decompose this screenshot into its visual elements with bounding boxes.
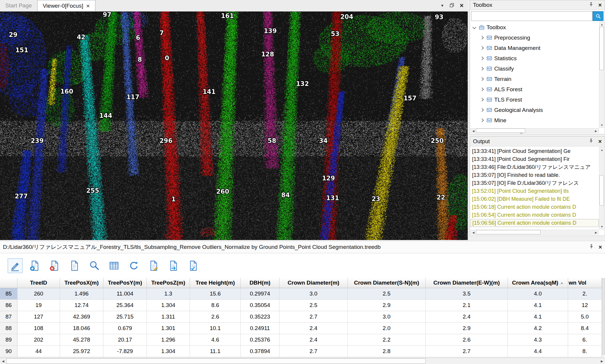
scrollbar-track[interactable]	[476, 230, 593, 234]
row-number[interactable]: 88	[0, 323, 17, 334]
cell[interactable]: 42.369	[60, 311, 103, 323]
cell[interactable]: 260	[17, 288, 60, 300]
tree-item[interactable]: Statistics	[471, 53, 599, 63]
scroll-up-icon[interactable]: ▲	[599, 147, 604, 152]
search-button[interactable]	[593, 11, 604, 21]
cell[interactable]: 2.	[568, 288, 602, 300]
log-line[interactable]: [15:06:18] Current action module contain…	[471, 203, 599, 211]
scrollbar-track[interactable]	[476, 128, 593, 133]
cell[interactable]: 1.311	[147, 311, 190, 323]
cell[interactable]: 2.4	[279, 323, 348, 334]
cell[interactable]: 25.715	[103, 311, 147, 323]
chevron-right-icon[interactable]	[480, 77, 484, 81]
row-number[interactable]: 89	[0, 334, 17, 346]
scroll-down-icon[interactable]: ▼	[599, 123, 604, 128]
table-row[interactable]: 89 202 45.278 20.17 1.296 4.6 0.25376 2.…	[0, 334, 602, 346]
chevron-down-icon[interactable]	[472, 25, 476, 29]
cell[interactable]: 2.6	[190, 311, 241, 323]
row-number[interactable]: 86	[0, 300, 17, 311]
select-by-table-button[interactable]	[107, 258, 121, 273]
pin-icon[interactable]	[589, 2, 593, 8]
table-row[interactable]: 87 127 42.369 25.715 1.311 2.6 0.35223 2…	[0, 311, 602, 323]
log-line[interactable]: [15:06:56] Current action module contain…	[471, 219, 599, 227]
add-record-button[interactable]	[27, 258, 42, 273]
tree-root-item[interactable]: Toolbox	[471, 22, 599, 32]
report-button[interactable]	[186, 258, 201, 273]
cell[interactable]: 1.296	[147, 334, 190, 346]
cell[interactable]: 11.1	[190, 346, 241, 357]
cell[interactable]: 4.6	[190, 334, 241, 346]
column-header[interactable]: Crown Diameter(m)	[279, 278, 348, 288]
scroll-left-icon[interactable]: ◀	[0, 358, 6, 364]
pin-icon[interactable]	[589, 138, 593, 144]
log-line[interactable]: [13:35:07] [IO] Finished to read table.	[471, 171, 599, 179]
cell[interactable]: 2.4	[426, 311, 508, 323]
tab-viewer-0[interactable]: Viewer-0[Focus] ×	[37, 0, 95, 11]
scroll-up-icon[interactable]: ▲	[599, 22, 604, 27]
chevron-right-icon[interactable]	[480, 36, 484, 40]
cell[interactable]: 2.9	[426, 323, 508, 334]
column-header[interactable]: TreePosY(m)	[103, 278, 147, 288]
tree-item[interactable]: Data Management	[471, 43, 599, 53]
scroll-right-icon[interactable]: ▶	[593, 128, 599, 133]
tab-close-icon[interactable]: ×	[86, 3, 90, 9]
cell[interactable]: 10.1	[190, 323, 241, 334]
log-line[interactable]: [13:33:46] File:D:/Lidar360/リファレンスマニュア	[471, 163, 599, 171]
table-row[interactable]: 85 260 1.496 11.004 1.3 15.6 0.29974 3.0…	[0, 288, 602, 300]
cell[interactable]: 4.1	[508, 311, 568, 323]
cell[interactable]: 2.7	[279, 311, 348, 323]
cell[interactable]: 2.1	[426, 300, 508, 311]
cell[interactable]: 2.9	[348, 300, 426, 311]
cell[interactable]: 12.74	[60, 300, 103, 311]
cell[interactable]: 25.972	[60, 346, 103, 357]
cell[interactable]: 25.364	[103, 300, 147, 311]
chevron-right-icon[interactable]	[480, 118, 484, 122]
row-number[interactable]: 87	[0, 311, 17, 323]
cell[interactable]: 4.2	[508, 323, 568, 334]
scrollbar-thumb[interactable]	[599, 27, 604, 70]
restore-window-icon[interactable]	[449, 3, 454, 9]
cell[interactable]: 2.8	[348, 346, 426, 357]
log-line[interactable]: [13:35:07] [IO] File D:/Lidar360/リファレンス	[471, 179, 599, 187]
cell[interactable]: 202	[17, 334, 60, 346]
close-icon[interactable]: ×	[599, 244, 602, 250]
scrollbar-thumb[interactable]	[602, 278, 605, 355]
cell[interactable]: 8.	[568, 346, 602, 357]
cell[interactable]: 4.4	[508, 346, 568, 357]
chevron-right-icon[interactable]	[480, 98, 484, 102]
cell[interactable]: 0.35054	[241, 300, 279, 311]
tree-item[interactable]: Geological Analysis	[471, 105, 599, 115]
output-vscrollbar[interactable]: ▲ ▼	[599, 147, 604, 229]
scroll-left-icon[interactable]: ◀	[471, 128, 476, 133]
cell[interactable]: 5.0	[568, 311, 602, 323]
toolbox-vscrollbar[interactable]: ▲ ▼	[599, 22, 604, 128]
cell[interactable]: 2.7	[426, 346, 508, 357]
cell[interactable]: 127	[17, 311, 60, 323]
cell[interactable]: 108	[17, 323, 60, 334]
cell[interactable]: 44	[17, 346, 60, 357]
toolbox-hscrollbar[interactable]: ◀ ▶	[471, 128, 599, 133]
tree-item[interactable]: Classify	[471, 63, 599, 74]
cell[interactable]: 3.0	[279, 288, 348, 300]
cell[interactable]: 1.304	[147, 346, 190, 357]
cell[interactable]: 12	[568, 300, 602, 311]
scroll-down-icon[interactable]: ▼	[599, 224, 604, 229]
cell[interactable]: -7.829	[103, 346, 147, 357]
corner-cell[interactable]	[0, 278, 17, 288]
log-line[interactable]: [15:06:02] [DBH Measure] Failed to fit D…	[471, 195, 599, 203]
row-number[interactable]: 85	[0, 288, 17, 300]
cell[interactable]: 3.5	[426, 288, 508, 300]
scroll-right-icon[interactable]: ▶	[593, 230, 599, 235]
cell[interactable]: 4.1	[508, 300, 568, 311]
chevron-right-icon[interactable]	[480, 87, 484, 91]
scrollbar-track[interactable]	[599, 152, 604, 224]
cell[interactable]: 2.5	[279, 300, 348, 311]
cell[interactable]: 8.6	[190, 300, 241, 311]
tree-item[interactable]: Mine	[471, 115, 599, 125]
toolbox-search-input[interactable]	[471, 11, 593, 21]
scroll-left-icon[interactable]: ◀	[471, 230, 476, 235]
cell[interactable]: 1.304	[147, 300, 190, 311]
tree-item[interactable]: Preprocessing	[471, 32, 599, 43]
cell[interactable]: 19	[17, 300, 60, 311]
chevron-right-icon[interactable]	[480, 46, 484, 50]
